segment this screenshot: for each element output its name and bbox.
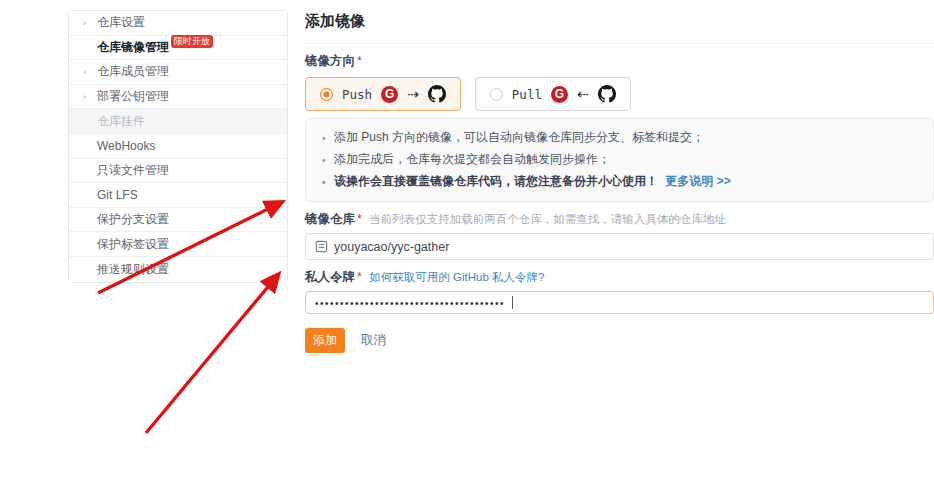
mirror-direction-label-row: 镜像方向* <box>305 53 934 70</box>
gitee-icon: G <box>551 86 568 103</box>
required-asterisk: * <box>357 270 362 284</box>
push-option-label: Push <box>342 87 372 102</box>
repository-icon <box>315 240 328 253</box>
sidebar-item-push-rules[interactable]: 推送规则设置 <box>69 257 287 282</box>
push-option[interactable]: Push G ⇢ <box>305 77 461 111</box>
sidebar-item-webhooks[interactable]: WebHooks <box>69 134 287 159</box>
mirror-repo-label-row: 镜像仓库* 当前列表仅支持加载前两百个仓库，如需查找，请输入具体的仓库地址 <box>305 211 934 228</box>
sidebar-item-label: 部署公钥管理 <box>97 88 169 105</box>
repo-settings-page: › 仓库设置 仓库镜像管理 限时开放 › 仓库成员管理 › 部署公钥管理 仓库挂… <box>0 0 934 500</box>
radio-unselected-icon[interactable] <box>490 88 503 101</box>
token-masked-value: •••••••••••••••••••••••••••••••••••••• <box>315 298 505 309</box>
required-asterisk: * <box>357 54 362 68</box>
sidebar-item-repo-widgets: 仓库挂件 <box>69 109 287 134</box>
token-help-link[interactable]: 如何获取可用的 GitHub 私人令牌? <box>369 271 544 283</box>
pull-option[interactable]: Pull G ⇠ <box>475 77 631 111</box>
chevron-right-icon: › <box>83 92 97 102</box>
pull-option-label: Pull <box>512 87 542 102</box>
sidebar-item-label: 保护分支设置 <box>97 211 169 228</box>
sidebar-item-members[interactable]: › 仓库成员管理 <box>69 60 287 85</box>
sidebar-item-label: Git LFS <box>97 188 138 202</box>
more-info-link[interactable]: 更多说明 >> <box>665 174 730 188</box>
form-actions: 添加 取消 <box>305 328 934 353</box>
dashed-arrow-right-icon: ⇢ <box>407 86 419 102</box>
dashed-arrow-left-icon: ⇠ <box>577 86 589 102</box>
radio-selected-icon[interactable] <box>320 88 333 101</box>
page-title: 添加镜像 <box>305 8 934 44</box>
notice-line-warning: 该操作会直接覆盖镜像仓库代码，请您注意备份并小心使用！ 更多说明 >> <box>322 170 917 192</box>
mirror-repo-value: youyacao/yyc-gather <box>334 240 449 254</box>
add-button[interactable]: 添加 <box>305 328 345 353</box>
sidebar-item-label: 只读文件管理 <box>97 162 169 179</box>
mirror-repo-hint: 当前列表仅支持加载前两百个仓库，如需查找，请输入具体的仓库地址 <box>369 213 726 225</box>
add-mirror-panel: 添加镜像 镜像方向* Push G ⇢ Pull G ⇠ 添加 Push 方向 <box>305 8 934 353</box>
sidebar-item-protected-branches[interactable]: 保护分支设置 <box>69 208 287 233</box>
sidebar-item-label: WebHooks <box>97 139 155 153</box>
limited-time-badge: 限时开放 <box>171 35 213 48</box>
sidebar-item-protected-tags[interactable]: 保护标签设置 <box>69 232 287 257</box>
mirror-notice-box: 添加 Push 方向的镜像，可以自动向镜像仓库同步分支、标签和提交； 添加完成后… <box>305 118 934 202</box>
chevron-right-icon: › <box>83 67 97 77</box>
sidebar-item-git-lfs[interactable]: Git LFS <box>69 183 287 208</box>
sidebar-item-label: 仓库挂件 <box>97 113 145 130</box>
token-label-row: 私人令牌* 如何获取可用的 GitHub 私人令牌? <box>305 269 934 286</box>
github-icon <box>428 85 446 103</box>
required-asterisk: * <box>357 212 362 226</box>
annotation-arrow-to-token <box>146 276 277 433</box>
mirror-direction-options: Push G ⇢ Pull G ⇠ <box>305 77 934 111</box>
text-cursor <box>512 296 513 309</box>
gitee-icon: G <box>381 86 398 103</box>
sidebar-item-label: 仓库镜像管理 <box>97 39 169 56</box>
sidebar-item-deploy-keys[interactable]: › 部署公钥管理 <box>69 85 287 110</box>
notice-line: 添加 Push 方向的镜像，可以自动向镜像仓库同步分支、标签和提交； <box>322 126 917 148</box>
settings-sidebar: › 仓库设置 仓库镜像管理 限时开放 › 仓库成员管理 › 部署公钥管理 仓库挂… <box>68 10 288 283</box>
token-label: 私人令牌 <box>305 270 355 284</box>
mirror-direction-label: 镜像方向 <box>305 54 355 68</box>
sidebar-item-label: 仓库成员管理 <box>97 63 169 80</box>
mirror-repo-label: 镜像仓库 <box>305 212 355 226</box>
notice-line: 添加完成后，仓库每次提交都会自动触发同步操作； <box>322 148 917 170</box>
cancel-button[interactable]: 取消 <box>361 332 386 349</box>
sidebar-item-label: 仓库设置 <box>97 14 145 31</box>
sidebar-item-label: 保护标签设置 <box>97 236 169 253</box>
sidebar-item-label: 推送规则设置 <box>97 261 169 278</box>
chevron-right-icon: › <box>83 18 97 28</box>
sidebar-item-readonly-files[interactable]: 只读文件管理 <box>69 159 287 184</box>
token-input[interactable]: •••••••••••••••••••••••••••••••••••••• <box>305 291 934 314</box>
github-icon <box>598 85 616 103</box>
sidebar-item-repo-settings[interactable]: › 仓库设置 <box>69 11 287 36</box>
notice-warning-text: 该操作会直接覆盖镜像仓库代码，请您注意备份并小心使用！ <box>334 174 658 188</box>
mirror-repo-input[interactable]: youyacao/yyc-gather <box>305 233 934 260</box>
sidebar-item-mirror-management[interactable]: 仓库镜像管理 限时开放 <box>69 36 287 61</box>
